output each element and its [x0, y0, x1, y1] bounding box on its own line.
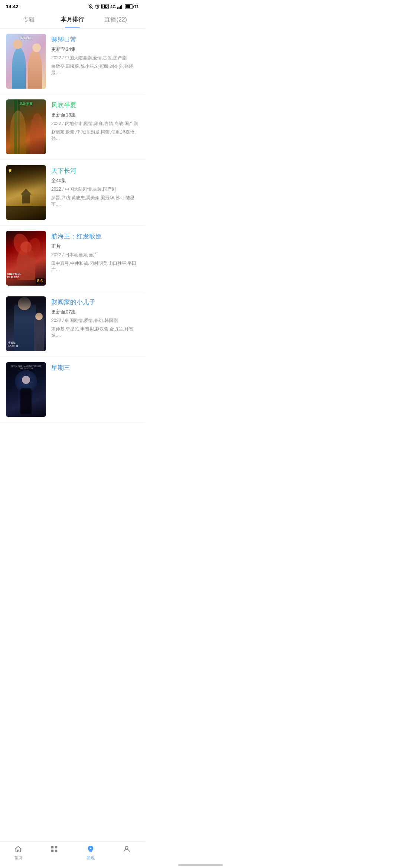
status-bar: 14:42 HD 4G 71: [0, 0, 145, 11]
show-cast: 赵丽颖,欧豪,李光洁,刘威,柯蓝,任重,冯嘉怡,孙…: [51, 129, 139, 142]
show-info: 航海王：红发歌姬 正片 2022 / 日本动画,动画片 田中真弓,中井和哉,冈村…: [51, 231, 139, 286]
show-title: 航海王：红发歌姬: [51, 232, 139, 241]
list-item[interactable]: ONE PIECEFILM RED 8.6 航海王：红发歌姬 正片 2022 /…: [0, 226, 145, 291]
show-poster: FROM THE IMAGINATION OFTIM BURTON: [6, 362, 46, 417]
show-meta: 2022 / 中国大陆剧情,古装,国产剧: [51, 186, 139, 193]
list-item[interactable]: 재벌집막내아들 财阀家的小儿子 更新至07集 2022 / 韩国剧情,爱情,奇幻…: [0, 291, 145, 357]
svg-rect-1: [117, 7, 118, 9]
mute-icon: [88, 4, 93, 9]
list-item[interactable]: 风吹半夏 风吹半夏 更新至18集 2022 / 内地都市,剧情,家庭,言情,商战…: [0, 94, 145, 160]
show-info: 风吹半夏 更新至18集 2022 / 内地都市,剧情,家庭,言情,商战,国产剧 …: [51, 99, 139, 154]
show-meta: 2022 / 日本动画,动画片: [51, 252, 139, 258]
hd-badge: HD: [101, 4, 109, 9]
show-cast: 罗晋,尹昉,黄志忠,奚美娟,梁冠华,苏可,陆思宇,…: [51, 195, 139, 207]
list-item[interactable]: FROM THE IMAGINATION OFTIM BURTON 星期三: [0, 357, 145, 423]
alarm-icon: [95, 4, 100, 9]
show-poster: ONE PIECEFILM RED 8.6: [6, 231, 46, 286]
tab-monthly[interactable]: 本月排行: [51, 11, 94, 28]
svg-rect-2: [118, 7, 120, 9]
show-episode: 正片: [51, 243, 139, 250]
time-display: 14:42: [6, 4, 18, 9]
show-poster: 天下长河: [6, 165, 46, 220]
tab-bar: 专辑 本月排行 直播(22): [0, 11, 145, 29]
svg-rect-3: [120, 6, 121, 9]
show-episode: 更新至34集: [51, 46, 139, 53]
show-title: 星期三: [51, 364, 139, 372]
signal-icon: [117, 4, 123, 9]
status-icons: HD 4G 71: [88, 4, 139, 9]
show-cast: 白敬亭,田曦薇,陈小纭,刘冠麟,刘令姿,张晓晨,…: [51, 63, 139, 76]
rating-badge: 8.6: [36, 278, 44, 284]
show-episode: 更新至18集: [51, 112, 139, 118]
show-info: 卿卿日常 更新至34集 2022 / 中国大陆喜剧,爱情,古装,国产剧 白敬亭,…: [51, 34, 139, 89]
battery-level: 71: [134, 4, 139, 9]
tab-live[interactable]: 直播(22): [94, 11, 137, 28]
svg-rect-4: [121, 5, 122, 9]
show-episode: 全40集: [51, 177, 139, 184]
show-list: 卿卿日常 卿卿日常 更新至34集 2022 / 中国大陆喜剧,爱情,古装,国产剧…: [0, 29, 145, 423]
show-poster: 风吹半夏: [6, 99, 46, 154]
show-meta: 2022 / 中国大陆喜剧,爱情,古装,国产剧: [51, 55, 139, 61]
svg-rect-5: [123, 4, 123, 9]
show-info: 财阀家的小儿子 更新至07集 2022 / 韩国剧情,爱情,奇幻,韩国剧 宋仲基…: [51, 296, 139, 351]
show-poster: 卿卿日常: [6, 34, 46, 89]
show-episode: 更新至07集: [51, 309, 139, 315]
show-title: 卿卿日常: [51, 35, 139, 44]
list-item[interactable]: 天下长河 天下长河 全40集 2022 / 中国大陆剧情,古装,国产剧 罗晋,尹…: [0, 160, 145, 226]
show-info: 天下长河 全40集 2022 / 中国大陆剧情,古装,国产剧 罗晋,尹昉,黄志忠…: [51, 165, 139, 220]
list-item[interactable]: 卿卿日常 卿卿日常 更新至34集 2022 / 中国大陆喜剧,爱情,古装,国产剧…: [0, 29, 145, 94]
show-cast: 宋仲基,李星民,申贤彬,赵汉哲,金贞兰,朴智炫,…: [51, 326, 139, 339]
network-type: 4G: [110, 4, 116, 9]
show-title: 财阀家的小儿子: [51, 298, 139, 306]
show-info: 星期三: [51, 362, 139, 417]
show-meta: 2022 / 韩国剧情,爱情,奇幻,韩国剧: [51, 318, 139, 324]
show-poster: 재벌집막내아들: [6, 296, 46, 351]
show-cast: 田中真弓,中井和哉,冈村明美,山口胜平,平田广…: [51, 260, 139, 273]
show-title: 风吹半夏: [51, 101, 139, 109]
show-meta: 2022 / 内地都市,剧情,家庭,言情,商战,国产剧: [51, 121, 139, 127]
tab-albums[interactable]: 专辑: [7, 11, 51, 28]
show-title: 天下长河: [51, 167, 139, 175]
battery-icon: [125, 4, 133, 9]
